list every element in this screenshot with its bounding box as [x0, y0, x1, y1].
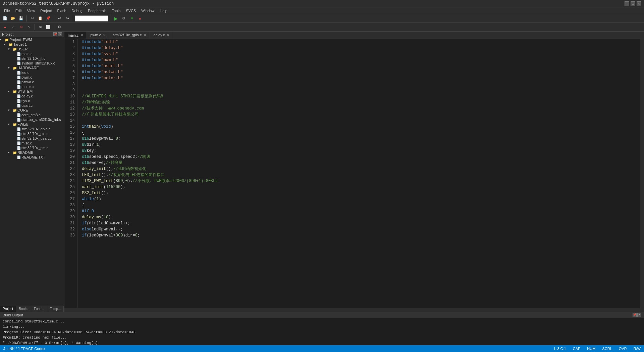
tree-item-README.TXT[interactable]: 📄README.TXT: [0, 155, 64, 160]
build-output-header: Build Output 📌 ✕: [0, 312, 644, 318]
menu-item-edit[interactable]: Edit: [13, 7, 24, 14]
code-line-20: s16 speed,speed1,speed2; //转速: [82, 154, 640, 160]
tree-item-pstwo.c[interactable]: 📄pstwo.c: [0, 80, 64, 84]
save-button[interactable]: 💾: [17, 15, 25, 22]
tree-item-sys.c[interactable]: 📄sys.c: [0, 98, 64, 103]
kill-button[interactable]: ⊗: [17, 24, 25, 31]
tree-item-delay.c[interactable]: 📄delay.c: [0, 94, 64, 98]
open-button[interactable]: 📂: [9, 15, 17, 22]
tree-item-stm32f10x_tim.c[interactable]: 📄stm32f10x_tim.c: [0, 145, 64, 150]
cut-button[interactable]: ✂: [29, 15, 36, 22]
statusbar: J-LINK / J-TRACE Cortex L:3 C:1 CAP NUM …: [0, 345, 644, 352]
panel-tab-temp---[interactable]: Temp...: [47, 306, 64, 312]
code-editor[interactable]: #include "led.h"#include "delay.h"#inclu…: [78, 39, 640, 308]
tree-item-target1[interactable]: ▾📁Target 1: [0, 42, 64, 47]
tree-item-readme[interactable]: ▾📁README: [0, 150, 64, 155]
paste-button[interactable]: 📌: [45, 15, 52, 22]
run-button[interactable]: ○: [9, 24, 17, 31]
copy-button[interactable]: 📋: [37, 15, 44, 22]
memory-button[interactable]: ⬜: [45, 24, 52, 31]
watch-button[interactable]: 👁: [37, 24, 44, 31]
tab-close-icon[interactable]: ✕: [167, 33, 169, 37]
tree-item-stm32f10x_usart.c[interactable]: 📄stm32f10x_usart.c: [0, 136, 64, 141]
rebuild-button[interactable]: ⚙: [120, 15, 127, 22]
tab-close-icon[interactable]: ✕: [103, 33, 106, 37]
undo-button[interactable]: ↩: [56, 15, 63, 22]
menu-item-tools[interactable]: Tools: [109, 7, 123, 14]
debugger-status: J-LINK / J-TRACE Cortex: [3, 347, 45, 351]
build-output-panel: Build Output 📌 ✕ compiling stm32f10x_tim…: [0, 312, 644, 345]
tree-item-fwlib[interactable]: ▾📁FWLib: [0, 122, 64, 127]
build-button[interactable]: ▶: [112, 15, 119, 22]
panel-pin-button[interactable]: 📌: [53, 32, 57, 36]
tree-item-main.c[interactable]: 📄main.c: [0, 51, 64, 56]
code-line-28: {: [82, 202, 640, 208]
tab-delay_c[interactable]: delay.c✕: [150, 32, 173, 39]
tree-item-misc.c[interactable]: 📄misc.c: [0, 141, 64, 145]
menu-item-view[interactable]: View: [24, 7, 38, 14]
download-button[interactable]: ⬇: [128, 15, 136, 22]
tree-item-led.c[interactable]: 📄led.c: [0, 70, 64, 75]
debug-button[interactable]: ●: [1, 24, 9, 31]
ovr-status: OVR: [619, 347, 627, 351]
horizontal-scrollbar[interactable]: [64, 308, 644, 312]
project-root[interactable]: ▾📁Project: PWM: [0, 37, 64, 42]
line-number-24: 24: [67, 178, 75, 184]
tree-item-stm32f10x_gpio.c[interactable]: 📄stm32f10x_gpio.c: [0, 127, 64, 131]
code-line-33: if(led0pwmval>300)dir=0;: [82, 232, 640, 238]
tab-close-icon[interactable]: ✕: [144, 33, 146, 37]
menu-item-window[interactable]: Window: [139, 7, 157, 14]
tree-item-core[interactable]: ▾📁CORE: [0, 108, 64, 113]
panel-close-button[interactable]: ✕: [58, 32, 62, 36]
step-over-button[interactable]: ⤷: [25, 24, 33, 31]
close-button[interactable]: ✕: [637, 1, 641, 6]
panel-tab-func---[interactable]: Func...: [31, 306, 47, 312]
menu-item-project[interactable]: Project: [38, 7, 54, 14]
line-number-12: 12: [67, 105, 75, 112]
vertical-scrollbar[interactable]: [640, 39, 644, 308]
tab-pwm_c[interactable]: pwm.c✕: [87, 32, 109, 39]
tree-item-system_stm32f10x.c[interactable]: 📄system_stm32f10x.c: [0, 61, 64, 65]
line-number-14: 14: [67, 118, 75, 124]
new-button[interactable]: 📄: [1, 15, 9, 22]
build-close-button[interactable]: ✕: [637, 313, 641, 317]
panel-tab-books[interactable]: Books: [16, 306, 31, 312]
code-line-10: //ALIENTEK Mini STM32开发板范例代码8: [82, 93, 640, 99]
menu-item-svcs[interactable]: SVCS: [123, 7, 139, 14]
line-number-32: 32: [67, 226, 75, 232]
tree-item-motor.c[interactable]: 📄motor.c: [0, 84, 64, 89]
tree-item-hardware[interactable]: ▾📁HARDWARE: [0, 65, 64, 70]
code-line-16: {: [82, 130, 640, 136]
sep5: [35, 24, 35, 30]
tab-close-icon[interactable]: ✕: [80, 33, 83, 37]
build-pin-button[interactable]: 📌: [633, 313, 637, 317]
maximize-button[interactable]: □: [631, 1, 635, 6]
line-number-3: 3: [67, 51, 75, 57]
main-area: Project 📌 ✕ ▾📁Project: PWM▾📁Target 1▾📁US…: [0, 32, 644, 312]
stop-button[interactable]: ■: [136, 15, 144, 22]
target-selector[interactable]: Target 1: [75, 15, 108, 21]
tab-main_c[interactable]: main.c✕: [64, 32, 87, 39]
line-number-28: 28: [67, 202, 75, 208]
panel-tab-project[interactable]: Project: [0, 306, 16, 312]
menu-item-file[interactable]: File: [1, 7, 13, 14]
menu-item-help[interactable]: Help: [157, 7, 170, 14]
tree-item-usart.c[interactable]: 📄usart.c: [0, 103, 64, 108]
tree-item-pwm.c[interactable]: 📄pwm.c: [0, 75, 64, 80]
line-number-4: 4: [67, 57, 75, 63]
menu-item-flash[interactable]: Flash: [55, 7, 69, 14]
code-line-6: #include "pstwo.h": [82, 69, 640, 75]
tree-item-startup_stm32f10x_hd.s[interactable]: 📄startup_stm32f10x_hd.s: [0, 117, 64, 122]
tab-stm32f10x_gpio_c[interactable]: stm32f10x_gpio.c✕: [109, 32, 150, 39]
tree-item-user[interactable]: ▾📁USER: [0, 47, 64, 51]
menu-item-peripherals[interactable]: Peripherals: [85, 7, 109, 14]
tree-item-system[interactable]: ▾📁SYSTEM: [0, 89, 64, 94]
tree-item-stm32f10x_it.c[interactable]: 📄stm32f10x_it.c: [0, 56, 64, 61]
code-line-24: TIM3_PWM_Init(899,0); //不分频. PWM频率=72000…: [82, 178, 640, 184]
menu-item-debug[interactable]: Debug: [69, 7, 85, 14]
minimize-button[interactable]: ─: [625, 1, 629, 6]
config-button[interactable]: ⚙: [56, 24, 63, 31]
redo-button[interactable]: ↪: [64, 15, 71, 22]
tree-item-core_cm3.c[interactable]: 📄core_cm3.c: [0, 113, 64, 117]
tree-item-stm32f10x_rcc.c[interactable]: 📄stm32f10x_rcc.c: [0, 131, 64, 136]
